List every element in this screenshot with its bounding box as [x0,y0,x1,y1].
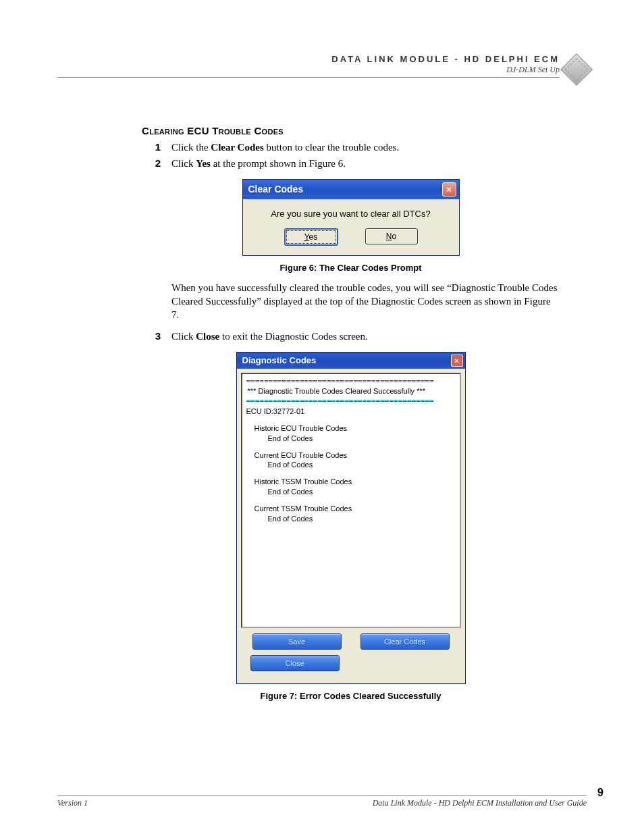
clear-codes-dialog: Clear Codes × Are you sure you want to c… [242,179,460,256]
no-button[interactable]: No [365,228,418,244]
close-icon[interactable]: × [442,182,456,197]
step-list: 1 Click the Clear Codes button to clear … [142,140,560,171]
dialog-title: Clear Codes [248,184,304,194]
header-decorative-icon [560,53,593,86]
divider-line: ========================================… [246,396,456,407]
paragraph: When you have successfully cleared the t… [171,281,560,322]
step-number: 2 [142,157,161,170]
figure-7-caption: Figure 7: Error Codes Cleared Successful… [260,691,441,701]
dialog-button-area: Save Clear Codes Close [237,632,465,683]
success-message: *** Diagnostic Trouble Codes Cleared Suc… [246,386,456,396]
code-block-title: Current ECU Trouble Codes [246,450,456,461]
dialog-button-row: Yes No [243,228,459,255]
yes-button[interactable]: Yes [284,228,338,246]
close-icon[interactable]: × [451,355,463,367]
header-subtitle: DJ-DLM Set Up [57,65,560,75]
figure-6: Clear Codes × Are you sure you want to c… [142,179,560,273]
dialog-titlebar: Diagnostic Codes × [237,353,465,369]
page-header: DATA LINK MODULE - HD DELPHI ECM DJ-DLM … [57,54,560,78]
codes-listbox: ========================================… [241,373,461,628]
code-block: Historic TSSM Trouble Codes End of Codes [246,477,456,497]
step-item: 2 Click Yes at the prompt shown in Figur… [142,157,560,170]
code-block: Historic ECU Trouble Codes End of Codes [246,423,456,444]
diagnostic-codes-dialog: Diagnostic Codes × =====================… [236,352,466,684]
figure-7: Diagnostic Codes × =====================… [142,352,560,701]
figure-6-caption: Figure 6: The Clear Codes Prompt [279,263,421,273]
footer-right: Data Link Module - HD Delphi ECM Install… [373,798,587,808]
step-text: Click Yes at the prompt shown in Figure … [171,157,346,170]
code-block: Current TSSM Trouble Codes End of Codes [246,504,456,524]
dialog-titlebar: Clear Codes × [243,180,459,199]
step-item: 1 Click the Clear Codes button to clear … [142,140,560,154]
code-block-title: Current TSSM Trouble Codes [246,504,456,514]
step-list-2: 3 Click Close to exit the Diagnostic Cod… [142,330,560,343]
step-number: 1 [142,140,161,154]
step-text: Click Close to exit the Diagnostic Codes… [171,330,368,343]
step-number: 3 [142,330,161,343]
code-block-end: End of Codes [246,487,456,497]
clear-codes-button[interactable]: Clear Codes [360,633,450,650]
code-block-end: End of Codes [246,514,456,524]
dialog-title: Diagnostic Codes [242,355,317,365]
dialog-message: Are you sure you want to clear all DTCs? [243,199,459,228]
code-block: Current ECU Trouble Codes End of Codes [246,450,456,471]
step-item: 3 Click Close to exit the Diagnostic Cod… [142,330,560,343]
code-block-end: End of Codes [246,434,456,444]
code-block-title: Historic ECU Trouble Codes [246,423,456,434]
divider-line: ========================================… [246,377,456,387]
ecu-id: ECU ID:32772-01 [246,407,456,417]
footer-left: Version 1 [57,798,88,808]
close-button[interactable]: Close [250,655,340,671]
step-text: Click the Clear Codes button to clear th… [171,140,399,154]
save-button[interactable]: Save [252,633,342,650]
code-block-title: Historic TSSM Trouble Codes [246,477,456,487]
code-block-end: End of Codes [246,460,456,470]
header-title: DATA LINK MODULE - HD DELPHI ECM [57,54,560,64]
section-title: Clearing ECU Trouble Codes [142,125,560,136]
page-footer: Version 1 Data Link Module - HD Delphi E… [57,796,587,808]
page-number: 9 [597,787,603,799]
